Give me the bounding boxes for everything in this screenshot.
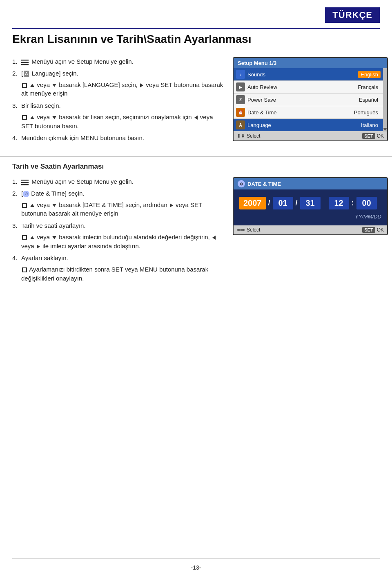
step3: 3. Bir lisan seçin. [12, 101, 225, 110]
sq-icon5 [22, 267, 27, 272]
step2-text: [A Language] seçin. [21, 69, 225, 78]
svg-rect-3 [21, 180, 29, 181]
square-icon [22, 83, 27, 88]
right3 [170, 203, 173, 207]
step3-text: Bir lisan seçin. [21, 101, 225, 110]
hour-segment: 12 [329, 197, 349, 209]
section2: Tarih ve Saatin Ayarlanması 1. Menüyü aç… [12, 163, 380, 176]
language-banner: TÜRKÇE [325, 7, 380, 23]
setup-menu-title: Setup Menu 1/3 [234, 58, 387, 68]
right4 [37, 245, 40, 249]
step1-text: Menüyü açın ve Setup Menu'ye gelin. [21, 57, 225, 67]
s2-step3-text: Tarih ve saati ayarlayın. [21, 221, 225, 230]
menu-footer: ⬆⬇ Select SET OK [234, 131, 387, 140]
leftright-icon: ⬅➡ [237, 227, 245, 233]
s2-step1-num: 1. [12, 177, 21, 186]
s2-step2: 2. [⊙ Date & Time] seçin. [12, 189, 225, 198]
dt-select-label: Select [247, 227, 260, 233]
s2-step4-text: Ayarları saklayın. [21, 254, 225, 263]
s2-step2-text: [⊙ Date & Time] seçin. [21, 189, 225, 198]
datetime-display: 2007 / 01 / 31 12 : 00 [239, 197, 381, 209]
powersave-value: Español [356, 97, 381, 103]
sq-icon3 [22, 203, 27, 208]
step2-sub-text: veya basarak [LANGUAGE] seçin, veya SET … [21, 80, 225, 98]
colon-sep: : [352, 199, 354, 207]
section-divider [0, 156, 392, 157]
s2-step3: 3. Tarih ve saati ayarlayın. [12, 221, 225, 230]
s2-step4-sub: Ayarlamanızı bitirdikten sonra SET veya … [21, 265, 225, 283]
up3 [30, 204, 34, 207]
page-title: Ekran Lisanının ve Tarih\Saatin Ayarlanm… [12, 33, 252, 46]
datetime-body: 2007 / 01 / 31 12 : 00 YY/MM/DD [234, 189, 387, 225]
step4-text: Menüden çıkmak için MENU butonuna basın. [21, 134, 225, 143]
dt-ok-label: OK [377, 227, 384, 233]
datetime-icon: ⏰ [236, 108, 245, 117]
left-arrow [194, 116, 198, 120]
datetime-footer-right: SET OK [362, 227, 384, 233]
setup-menu-screenshot: Setup Menu 1/3 ♪ Sounds English ▶ Auto R… [233, 57, 392, 141]
date-sep2: / [296, 199, 298, 207]
s2-step2-sub-text: veya basarak [DATE & TIME] seçin, ardınd… [21, 200, 225, 218]
setup-menu-panel: Setup Menu 1/3 ♪ Sounds English ▶ Auto R… [233, 57, 388, 141]
bottom-divider [12, 558, 380, 559]
year-segment: 2007 [239, 197, 266, 209]
menu-footer-right: SET OK [362, 133, 384, 139]
powersave-icon: Z [236, 95, 245, 104]
powersave-label: Power Save [247, 97, 356, 103]
menu-icon [21, 58, 29, 67]
step4: 4. Menüden çıkmak için MENU butonuna bas… [12, 134, 225, 143]
step2-num: 2. [12, 69, 21, 78]
datetime-screen-icon: ⊙ [238, 180, 245, 187]
page-number: -13- [191, 564, 201, 571]
svg-rect-5 [21, 184, 29, 185]
up-arrow [30, 84, 34, 87]
sounds-icon: ♪ [236, 70, 245, 79]
menu-icon2 [21, 178, 29, 187]
menu-row-language: A Language Italiano [234, 119, 383, 131]
section2-instructions: 1. Menüyü açın ve Setup Menu'ye gelin. 2… [12, 177, 225, 286]
autoreview-value: Français [355, 84, 381, 90]
menu-row-sounds: ♪ Sounds English [234, 68, 383, 81]
language-icon: A [236, 120, 245, 129]
datetime-footer-left: ⬅➡ Select [237, 227, 362, 233]
month-segment: 01 [273, 197, 293, 209]
day-segment: 31 [300, 197, 321, 209]
datetime-footer: ⬅➡ Select SET OK [234, 225, 387, 234]
step3-sub-text: veya basarak bir lisan seçin, seçiminizi… [21, 113, 225, 131]
s2-step2-sub: veya basarak [DATE & TIME] seçin, ardınd… [21, 200, 225, 218]
ok-label: OK [377, 133, 384, 139]
menu-row-autoreview: ▶ Auto Review Français [234, 81, 383, 94]
step1: 1. Menüyü açın ve Setup Menu'ye gelin. [12, 57, 225, 67]
select-label: Select [247, 133, 260, 139]
menu-row-datetime: ⏰ Date & Time Português [234, 106, 383, 119]
clock-icon: ⊙ [23, 191, 29, 197]
s2-step4-num: 4. [12, 254, 21, 263]
down3 [52, 204, 56, 207]
up4 [30, 236, 34, 239]
s2-step4-sub-text: Ayarlamanızı bitirdikten sonra SET veya … [21, 265, 225, 283]
language-label: Language [247, 122, 359, 128]
updown-icon: ⬆⬇ [237, 133, 245, 139]
right-arrow [140, 83, 143, 87]
sounds-label: Sounds [247, 71, 358, 78]
minute-segment: 00 [356, 197, 377, 209]
datetime-value: Português [352, 109, 381, 116]
step2: 2. [A Language] seçin. [12, 69, 225, 78]
dt-set-button: SET [362, 227, 375, 233]
svg-rect-2 [21, 64, 29, 65]
step4-num: 4. [12, 134, 21, 143]
up-arrow2 [30, 116, 34, 119]
down-arrow [52, 84, 56, 87]
s2-step3-num: 3. [12, 221, 21, 230]
set-button-label: SET [362, 133, 375, 139]
sq-icon4 [22, 235, 27, 240]
s2-step1: 1. Menüyü açın ve Setup Menu'ye gelin. [12, 177, 225, 187]
step3-num: 3. [12, 101, 21, 110]
s2-step3-sub-text: veya basarak imlecin bulunduğu alandaki … [21, 233, 225, 251]
datetime-screenshot: ⊙ DATE & TIME 2007 / 01 / 31 12 : 00 YY/… [233, 177, 392, 235]
down-arrow2 [52, 116, 56, 119]
datetime-label: Date & Time [247, 109, 352, 116]
section1-instructions: 1. Menüyü açın ve Setup Menu'ye gelin. 2… [12, 57, 225, 145]
sounds-value: English [358, 71, 381, 78]
down4 [52, 236, 56, 239]
